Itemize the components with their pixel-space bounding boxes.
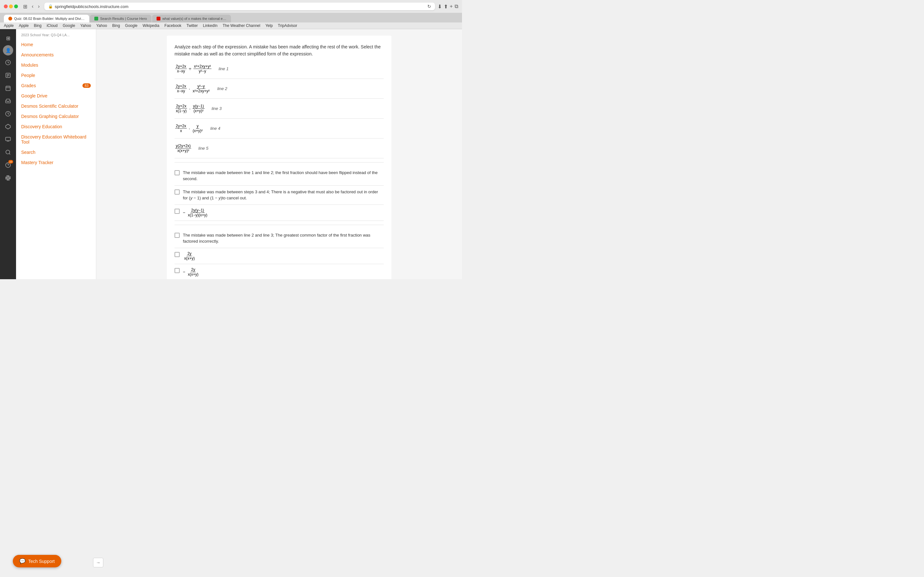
back-button[interactable]: ‹ xyxy=(30,3,35,10)
forward-button[interactable]: › xyxy=(36,3,41,10)
checkbox-4[interactable] xyxy=(174,233,180,238)
bookmarks-bar: Apple Apple Bing iCloud Google Yahoo Yah… xyxy=(0,23,462,29)
nav-desmos-graph[interactable]: Desmos Graphing Calculator xyxy=(16,111,96,121)
answer-option-1: The mistake was made between line 1 and … xyxy=(174,166,384,185)
icon-history[interactable] xyxy=(2,108,14,119)
divider-6 xyxy=(174,162,384,163)
divider-4 xyxy=(174,138,384,139)
coursehero-favicon xyxy=(94,17,98,21)
bookmark-apple2[interactable]: Apple xyxy=(19,23,29,28)
minimize-button[interactable] xyxy=(9,5,13,8)
checkbox-5[interactable] xyxy=(174,252,180,257)
svg-rect-11 xyxy=(6,137,11,141)
bookmark-facebook[interactable]: Facebook xyxy=(165,23,182,28)
bookmark-tripadvisor[interactable]: TripAdvisor xyxy=(278,23,297,28)
bookmark-bing1[interactable]: Bing xyxy=(34,23,41,28)
divider-3 xyxy=(174,118,384,119)
icon-calendar[interactable] xyxy=(2,82,14,94)
math-expr-5: y(2y+2x) x(x+y)² xyxy=(174,143,192,153)
wolfram-favicon xyxy=(157,17,160,21)
lock-icon: 🔒 xyxy=(48,4,53,9)
bookmark-linkedin[interactable]: LinkedIn xyxy=(203,23,218,28)
nav-home[interactable]: Home xyxy=(16,39,96,50)
address-bar-row: ⊞ ‹ › 🔒 springfieldpublicschools.instruc… xyxy=(23,3,458,10)
bookmark-apple1[interactable]: Apple xyxy=(4,23,14,28)
nav-discovery-whiteboard[interactable]: Discovery Education Whiteboard Tool xyxy=(16,132,96,147)
frac-4b: y (x+y)² xyxy=(192,124,204,133)
share-button[interactable]: ⬆ xyxy=(444,3,448,10)
bookmark-google1[interactable]: Google xyxy=(63,23,75,28)
checkbox-6[interactable] xyxy=(174,268,180,273)
bookmark-yelp[interactable]: Yelp xyxy=(265,23,273,28)
maximize-button[interactable] xyxy=(14,5,18,8)
math-expr-2: 2y+2x x−xy · y²−y x²+2xy+y² xyxy=(174,84,211,93)
answer-text-4: The mistake was made between line 2 and … xyxy=(183,232,384,245)
divider-2 xyxy=(174,98,384,99)
user-avatar[interactable]: 👤 xyxy=(3,45,13,55)
tab-coursehero-label: Search Results | Course Hero xyxy=(100,17,147,21)
answer-text-1: The mistake was made between line 1 and … xyxy=(183,169,384,182)
close-button[interactable] xyxy=(4,5,8,8)
nav-desmos-graph-label: Desmos Graphing Calculator xyxy=(21,114,79,119)
bookmark-yahoo1[interactable]: Yahoo xyxy=(80,23,91,28)
bookmark-twitter[interactable]: Twitter xyxy=(186,23,198,28)
nav-modules[interactable]: Modules xyxy=(16,60,96,70)
line-5-label: line 5 xyxy=(198,146,208,151)
bookmark-weather[interactable]: The Weather Channel xyxy=(223,23,260,28)
icon-activity[interactable] xyxy=(2,57,14,68)
frac-1a: 2y+2x x−xy xyxy=(175,64,187,73)
icon-commons[interactable] xyxy=(2,121,14,132)
content-area: Analyze each step of the expression. A m… xyxy=(96,29,462,279)
nav-mastery-tracker-label: Mastery Tracker xyxy=(21,160,53,165)
school-year-label: 2023 School Year: Q3-Q4 LA... xyxy=(16,29,96,39)
nav-discovery-edu[interactable]: Discovery Education xyxy=(16,121,96,132)
tabs-row: Quiz: 08.02 Brain Builder: Multiply and … xyxy=(0,13,462,23)
icon-grid-menu[interactable]: ⊞ xyxy=(2,32,14,44)
icon-studio[interactable] xyxy=(2,134,14,145)
nav-mastery-tracker[interactable]: Mastery Tracker xyxy=(16,157,96,168)
checkbox-1[interactable] xyxy=(174,170,180,175)
reload-button[interactable]: ↻ xyxy=(427,4,431,9)
windows-button[interactable]: ⧉ xyxy=(455,3,458,10)
frac-5: y(2y+2x) x(x+y)² xyxy=(175,143,191,153)
nav-grades[interactable]: Grades 83 xyxy=(16,81,96,91)
nav-desmos-sci[interactable]: Desmos Scientific Calculator xyxy=(16,101,96,111)
icon-help[interactable]: 10 xyxy=(2,159,14,171)
address-bar[interactable]: 🔒 springfieldpublicschools.instructure.c… xyxy=(44,3,435,10)
answer-option-2: The mistake was made between steps 3 and… xyxy=(174,185,384,205)
icon-tools[interactable] xyxy=(2,172,14,184)
title-bar: ⊞ ‹ › 🔒 springfieldpublicschools.instruc… xyxy=(0,0,462,13)
frac-ans6: 2y x(x+y) xyxy=(187,268,199,277)
bookmark-bing2[interactable]: Bing xyxy=(112,23,120,28)
nav-announcements[interactable]: Announcements xyxy=(16,50,96,60)
checkbox-2[interactable] xyxy=(174,189,180,195)
math-expr-4: 2y+2x x · y (x+y)² xyxy=(174,124,204,133)
bookmark-yahoo2[interactable]: Yahoo xyxy=(96,23,107,28)
math-line-2: 2y+2x x−xy · y²−y x²+2xy+y² line 2 xyxy=(174,84,384,93)
nav-people[interactable]: People xyxy=(16,70,96,81)
icon-search[interactable] xyxy=(2,147,14,158)
svg-marker-10 xyxy=(6,124,11,129)
tab-coursehero[interactable]: Search Results | Course Hero xyxy=(90,15,152,23)
download-button[interactable]: ⬇ xyxy=(438,3,442,10)
nav-search[interactable]: Search xyxy=(16,147,96,157)
new-tab-button[interactable]: + xyxy=(450,3,453,10)
bookmark-icloud[interactable]: iCloud xyxy=(47,23,57,28)
icon-inbox[interactable] xyxy=(2,95,14,107)
checkbox-3[interactable] xyxy=(174,209,180,214)
nav-google-drive[interactable]: Google Drive xyxy=(16,91,96,101)
bookmark-google2[interactable]: Google xyxy=(125,23,137,28)
nav-sidebar: 2023 School Year: Q3-Q4 LA... Home Annou… xyxy=(16,29,96,279)
icon-assignments[interactable] xyxy=(2,69,14,81)
nav-home-label: Home xyxy=(21,42,33,47)
nav-google-drive-label: Google Drive xyxy=(21,93,47,98)
tab-wolfram[interactable]: what value(s) of x makes the rational ex… xyxy=(152,15,231,23)
icon-sidebar: ⊞ 👤 10 xyxy=(0,29,16,279)
math-expr-1: 2y+2x x−xy ÷ x²+2xy+y² y²−y xyxy=(174,64,212,73)
tab-canvas[interactable]: Quiz: 08.02 Brain Builder: Multiply and … xyxy=(4,15,89,23)
sidebar-toggle-button[interactable]: ⊞ xyxy=(23,3,27,10)
bookmark-wikipedia[interactable]: Wikipedia xyxy=(143,23,160,28)
line-3-label: line 3 xyxy=(212,106,222,111)
question-container: Analyze each step of the expression. A m… xyxy=(167,35,391,279)
svg-rect-5 xyxy=(6,86,10,91)
